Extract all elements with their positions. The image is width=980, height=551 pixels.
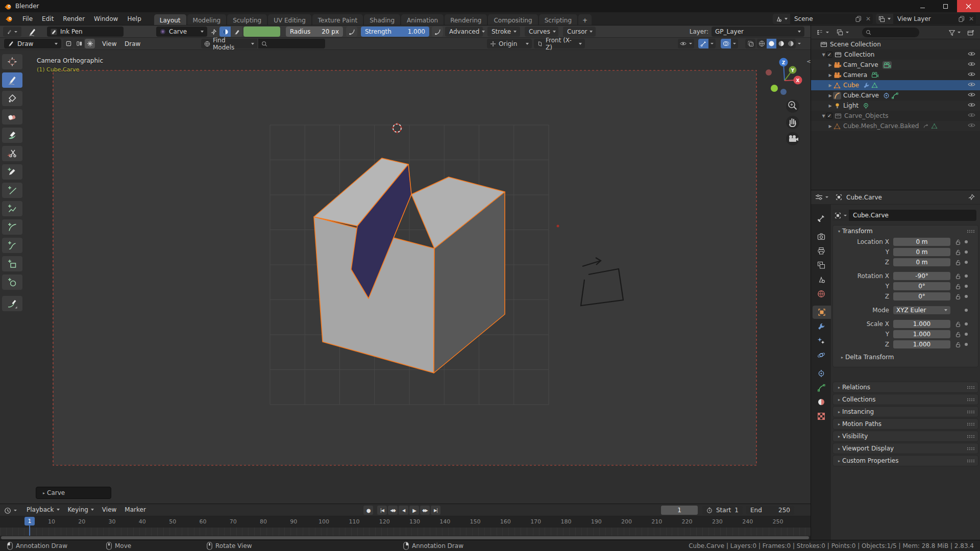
object-name-field[interactable]: Cube.Carve bbox=[849, 210, 976, 221]
menu-render[interactable]: Render bbox=[58, 13, 89, 24]
erase-tool-button[interactable] bbox=[2, 109, 22, 124]
popover-curves[interactable]: Curves bbox=[525, 27, 558, 37]
expand-icon[interactable]: ▼ bbox=[821, 114, 826, 118]
solid-shading-button[interactable] bbox=[767, 39, 776, 48]
orientation-selector[interactable]: Front (X-Z) bbox=[534, 39, 585, 48]
menu-help[interactable]: Help bbox=[122, 13, 145, 24]
visibility-eye-icon[interactable] bbox=[968, 71, 975, 79]
animate-dot[interactable] bbox=[965, 295, 968, 298]
properties-tab-object[interactable] bbox=[813, 306, 831, 319]
tab-shading[interactable]: Shading bbox=[364, 14, 400, 25]
lock-icon[interactable] bbox=[955, 321, 961, 328]
animate-dot[interactable] bbox=[965, 333, 968, 336]
visibility-eye-icon[interactable] bbox=[968, 92, 975, 99]
remove-view-layer-icon[interactable]: ✕ bbox=[969, 15, 974, 22]
record-button[interactable]: ● bbox=[363, 506, 373, 515]
timeline-menu-view[interactable]: View bbox=[98, 504, 120, 515]
find-models-dropdown[interactable]: Find Models bbox=[201, 39, 257, 48]
mode-selector[interactable]: Draw bbox=[4, 39, 61, 48]
view-layer-name[interactable]: View Layer bbox=[893, 15, 957, 22]
blender-app-menu-icon[interactable] bbox=[5, 15, 13, 22]
visibility-eye-icon[interactable] bbox=[968, 82, 975, 89]
maximize-button[interactable] bbox=[934, 0, 957, 12]
new-view-layer-icon[interactable] bbox=[959, 16, 965, 22]
menu-edit[interactable]: Edit bbox=[37, 13, 58, 24]
visibility-eye-icon[interactable] bbox=[968, 122, 975, 130]
properties-tab-material[interactable] bbox=[811, 395, 831, 409]
radius-slider[interactable]: Radius 20 px bbox=[286, 27, 343, 37]
transform-field-y[interactable]: 0° bbox=[893, 282, 950, 290]
section-drag-handle[interactable] bbox=[967, 447, 975, 450]
outliner-row-cube[interactable]: ▶Cube bbox=[811, 80, 980, 90]
overlays-toggle[interactable] bbox=[721, 39, 731, 48]
lock-icon[interactable] bbox=[955, 331, 961, 338]
section-drag-handle[interactable] bbox=[967, 386, 975, 389]
expand-icon[interactable]: ▶ bbox=[827, 104, 833, 108]
section-motion-paths[interactable]: ▸Motion Paths bbox=[832, 418, 978, 430]
view-menu[interactable]: View bbox=[100, 39, 118, 48]
lock-icon[interactable] bbox=[955, 293, 961, 300]
cursor-tool-button[interactable] bbox=[2, 54, 22, 69]
strength-pressure-toggle[interactable] bbox=[432, 27, 443, 37]
transform-field-y[interactable]: 1.000 bbox=[893, 330, 950, 338]
play-button[interactable]: ▶ bbox=[409, 506, 419, 515]
gizmo-y-neg[interactable] bbox=[771, 85, 778, 92]
popover-advanced[interactable]: Advanced bbox=[445, 27, 483, 37]
gizmo-x-neg[interactable] bbox=[766, 69, 772, 76]
timeline-menu-marker[interactable]: Marker bbox=[120, 504, 150, 515]
outliner-row-carve-objects[interactable]: ▼✓Carve_Objects bbox=[811, 111, 980, 121]
tint-tool-button[interactable] bbox=[2, 128, 22, 143]
scene-browse-icon[interactable] bbox=[773, 14, 790, 24]
outliner-display-mode[interactable] bbox=[816, 28, 829, 37]
transform-field-z[interactable]: 1.000 bbox=[893, 340, 950, 348]
outliner-row-cam-carve[interactable]: ▶Cam_Carve bbox=[811, 60, 980, 70]
outliner-filter-icon[interactable] bbox=[949, 28, 961, 37]
curve-tool-button[interactable] bbox=[2, 238, 22, 253]
outliner-row-scene-collection[interactable]: Scene Collection bbox=[811, 39, 980, 49]
lock-icon[interactable] bbox=[955, 273, 961, 280]
collection-checkbox[interactable]: ✓ bbox=[826, 113, 832, 119]
new-scene-icon[interactable] bbox=[855, 16, 862, 22]
material-shading-button[interactable] bbox=[776, 39, 786, 48]
lock-icon[interactable] bbox=[955, 341, 961, 348]
outliner-row-collection[interactable]: ▼✓Collection bbox=[811, 49, 980, 60]
guides-toggle[interactable] bbox=[74, 39, 84, 48]
section-drag-handle[interactable] bbox=[967, 459, 975, 463]
lock-icon[interactable] bbox=[955, 239, 961, 245]
prev-keyframe-button[interactable]: ◀◆ bbox=[388, 506, 398, 515]
lock-icon[interactable] bbox=[955, 259, 961, 266]
animate-dot[interactable] bbox=[965, 261, 968, 264]
active-brush-icon[interactable] bbox=[27, 27, 38, 37]
properties-tab-modifiers[interactable] bbox=[811, 320, 831, 333]
delta-transform-subpanel[interactable]: ▸ Delta Transform bbox=[833, 352, 978, 363]
jump-to-start-button[interactable]: |◀ bbox=[377, 506, 387, 515]
expand-icon[interactable]: ▼ bbox=[821, 53, 826, 57]
outliner-row-camera[interactable]: ▶Camera bbox=[811, 70, 980, 80]
popover-stroke[interactable]: Stroke bbox=[487, 27, 520, 37]
transform-field-location-x[interactable]: 0 m bbox=[893, 238, 950, 246]
properties-tab-texture[interactable] bbox=[811, 410, 831, 423]
jump-to-end-button[interactable]: ▶| bbox=[431, 506, 440, 515]
section-custom-properties[interactable]: ▸Custom Properties bbox=[832, 455, 978, 466]
zoom-icon[interactable] bbox=[786, 99, 799, 113]
tab-scripting[interactable]: Scripting bbox=[539, 14, 577, 25]
scene-name[interactable]: Scene bbox=[790, 15, 853, 22]
gizmo-z-neg[interactable] bbox=[780, 89, 787, 95]
properties-editor-type[interactable] bbox=[815, 192, 828, 202]
expand-icon[interactable]: ▶ bbox=[827, 83, 833, 88]
draw-menu[interactable]: Draw bbox=[122, 39, 142, 48]
pin-icon[interactable] bbox=[968, 194, 975, 201]
shading-dropdown[interactable] bbox=[796, 39, 803, 48]
properties-tab-world[interactable] bbox=[811, 287, 831, 300]
visibility-eye-icon[interactable] bbox=[968, 102, 975, 109]
add-workspace-button[interactable]: + bbox=[578, 14, 592, 25]
interpolate-tool-button[interactable] bbox=[2, 296, 22, 311]
line-tool-button[interactable] bbox=[2, 183, 22, 198]
start-frame-field[interactable]: Start 1 bbox=[702, 506, 743, 515]
fill-tool-button[interactable] bbox=[2, 91, 22, 106]
scrollbar-thumb[interactable] bbox=[1, 536, 809, 539]
viewport-canvas[interactable]: Z Y X < Camera Ortho bbox=[0, 50, 811, 504]
xray-toggle[interactable] bbox=[745, 39, 755, 48]
expand-icon[interactable]: ▶ bbox=[827, 63, 833, 67]
section-collections[interactable]: ▸Collections bbox=[832, 394, 978, 405]
